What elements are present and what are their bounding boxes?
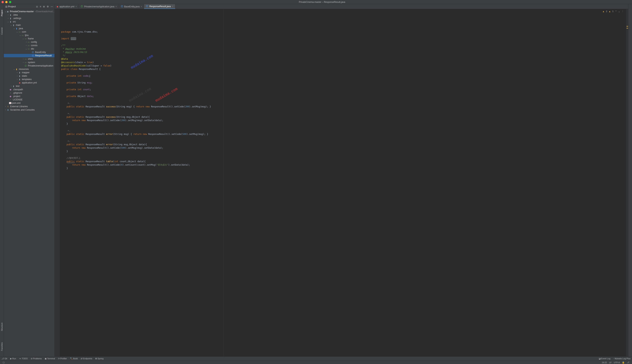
inspection-indicators[interactable]: ▲2 ▲1 ⌃ ⌄ ⋮ (603, 10, 624, 13)
tree-responseresult[interactable]: ⒸResponseResult (4, 54, 55, 57)
tree-license[interactable]: ▫LICENSE (4, 98, 55, 101)
favorites-tool-button[interactable]: Favorites (1, 342, 3, 351)
project-tree[interactable]: ⌄▣PrivateCinema-master ~/Downloads/mud..… (4, 9, 55, 356)
tree-com[interactable]: ⌄▭com (4, 30, 55, 34)
bottom-tool-bar: ⎇ Git ▶ Run ≔ TODO ⊘ Problems ▣ Terminal… (0, 356, 632, 360)
tree-classpath[interactable]: ◉.classpath (4, 88, 55, 91)
settings-icon[interactable]: ⚙ (47, 5, 49, 8)
close-window-button[interactable] (2, 1, 4, 3)
project-panel-header: ▤ Project ◎ ≡ ≣ ⚙ — (4, 4, 55, 9)
tree-resources[interactable]: ⌄▮resources (4, 68, 55, 71)
profiler-tool[interactable]: ⟳ Profiler (58, 358, 67, 360)
tree-app-yml[interactable]: ◆application.yml (4, 81, 55, 84)
watermark: mudaima.com (155, 87, 178, 102)
tree-system[interactable]: ›▭system (4, 61, 55, 64)
warning-count: 2 (606, 10, 607, 13)
tree-frame[interactable]: ⌄▭frame (4, 37, 55, 40)
expand-all-icon[interactable]: ≡ (40, 5, 41, 8)
tree-root[interactable]: ⌄▣PrivateCinema-master ~/Downloads/mud..… (4, 10, 55, 13)
watermark: mudaima.com (128, 87, 152, 102)
window-titlebar: PrivateCinema-master – ResponseResult.ja… (0, 0, 632, 4)
column-guide (224, 9, 224, 356)
problems-tool[interactable]: ⊘ Problems (31, 358, 42, 360)
tree-config[interactable]: ›▭config (4, 40, 55, 44)
tree-dto[interactable]: ⌄▭dto (4, 47, 55, 50)
tree-pom[interactable]: m pom.xml (4, 101, 55, 105)
tree-test[interactable]: ›▮test (4, 84, 55, 88)
tab-baseentity[interactable]: ⒸBaseEntity.java× (119, 4, 144, 9)
project-tool-button[interactable]: Project (1, 10, 3, 16)
tree-ext-libs[interactable]: ›⫴External Libraries (4, 105, 55, 108)
warning-icon: ▲ (609, 10, 610, 13)
maximize-window-button[interactable] (9, 1, 11, 3)
window-title: PrivateCinema-master – ResponseResult.ja… (14, 1, 630, 4)
close-icon[interactable]: × (76, 5, 77, 8)
git-tool[interactable]: ⎇ Git (2, 358, 7, 360)
hide-panel-icon[interactable]: — (51, 5, 53, 8)
editor-gutter[interactable] (55, 9, 60, 356)
left-tool-rail: Project Commit Structure Favorites (0, 4, 4, 356)
editor-tabs: ◆application.yml× ⒸPrivatecinemaApplicat… (55, 4, 628, 9)
nav-down-icon[interactable]: ⌄ (618, 10, 620, 13)
nav-up-icon[interactable]: ⌃ (615, 10, 617, 13)
tree-gitignore[interactable]: ▫.gitignore (4, 91, 55, 94)
tree-settings[interactable]: ›▮.settings (4, 16, 55, 20)
run-tool[interactable]: ▶ Run (10, 358, 16, 360)
caret-position[interactable]: 19:22 (602, 361, 607, 364)
read-only-icon[interactable]: 🔓 (622, 361, 625, 364)
tree-baseentity[interactable]: ⒸBaseEntity (4, 50, 55, 54)
tree-idea[interactable]: ›▮.idea (4, 13, 55, 16)
warning-icon: ▲ (603, 10, 604, 13)
tree-tjnu[interactable]: ⌄▭tjnu (4, 34, 55, 37)
minimize-window-button[interactable] (5, 1, 8, 3)
warning-count: 1 (612, 10, 613, 13)
tab-label: ResponseResult.java (149, 5, 171, 8)
tree-shiro[interactable]: ›▭shiro (4, 57, 55, 61)
tab-label: BaseEntity.java (124, 5, 140, 8)
build-tool[interactable]: 🔨 Build (70, 358, 78, 360)
editor-area: ◆application.yml× ⒸPrivatecinemaApplicat… (55, 4, 628, 356)
main-area: Project Commit Structure Favorites ▤ Pro… (0, 4, 632, 356)
code-editor[interactable]: ▲2 ▲1 ⌃ ⌄ ⋮ mudaima.com mudaima.com muda… (60, 9, 626, 356)
tree-mapper[interactable]: ›▮mapper (4, 71, 55, 74)
spring-tool[interactable]: ✿ Spring (95, 358, 104, 360)
tab-application-yml[interactable]: ◆application.yml× (55, 4, 79, 9)
line-separator[interactable]: LF (609, 361, 612, 364)
project-icon: ▤ (5, 5, 7, 8)
tab-label: PrivatecinemaApplication.java (84, 5, 114, 8)
collapse-all-icon[interactable]: ≣ (43, 5, 45, 8)
window-controls (2, 1, 11, 3)
editor-body: ▲2 ▲1 ⌃ ⌄ ⋮ mudaima.com mudaima.com muda… (55, 9, 628, 356)
todo-tool[interactable]: ≔ TODO (19, 358, 28, 360)
tree-consts[interactable]: ›▭consts (4, 44, 55, 47)
tab-responseresult[interactable]: ⒸResponseResult.java× (144, 4, 175, 9)
tree-scratches[interactable]: ›⊞Scratches and Consoles (4, 108, 55, 112)
endpoints-tool[interactable]: ⇄ Endpoints (81, 358, 92, 360)
right-tool-rail (628, 4, 632, 356)
tree-src[interactable]: ⌄▮src (4, 20, 55, 23)
project-panel: ▤ Project ◎ ≡ ≣ ⚙ — ⌄▣PrivateCinema-mast… (4, 4, 55, 356)
watermark: mudaima.com (130, 54, 154, 69)
more-icon[interactable]: ⋮ (622, 10, 624, 13)
tree-project[interactable]: ◉.project (4, 94, 55, 98)
structure-tool-button[interactable]: Structure (1, 322, 3, 331)
project-panel-title: Project (8, 5, 36, 8)
tree-java[interactable]: ⌄▮java (4, 27, 55, 30)
encoding[interactable]: UTF-8 (614, 361, 620, 364)
close-icon[interactable]: × (172, 5, 173, 8)
status-tool-icon[interactable]: ▢ (3, 361, 5, 364)
tab-application-java[interactable]: ⒸPrivatecinemaApplication.java× (79, 4, 119, 9)
close-icon[interactable]: × (115, 5, 117, 8)
tree-app-class[interactable]: ⒸPrivatecinemaApplication (4, 64, 55, 68)
tree-static[interactable]: ›▮static (4, 74, 55, 78)
event-log-tool[interactable]: ◪ Event Log (599, 358, 610, 360)
select-opened-file-icon[interactable]: ◎ (36, 5, 38, 8)
tree-templates[interactable]: ›▮templates (4, 78, 55, 81)
terminal-tool[interactable]: ▣ Terminal (45, 358, 55, 360)
editor-marker-bar[interactable] (626, 9, 628, 356)
tree-main[interactable]: ⌄▮main (4, 23, 55, 27)
vcs-icon[interactable]: ⎇ (627, 361, 629, 364)
close-icon[interactable]: × (141, 5, 142, 8)
mybatis-log-tool[interactable]: ◦ Mybatis Log Plus (613, 358, 630, 360)
commit-tool-button[interactable]: Commit (1, 28, 3, 35)
